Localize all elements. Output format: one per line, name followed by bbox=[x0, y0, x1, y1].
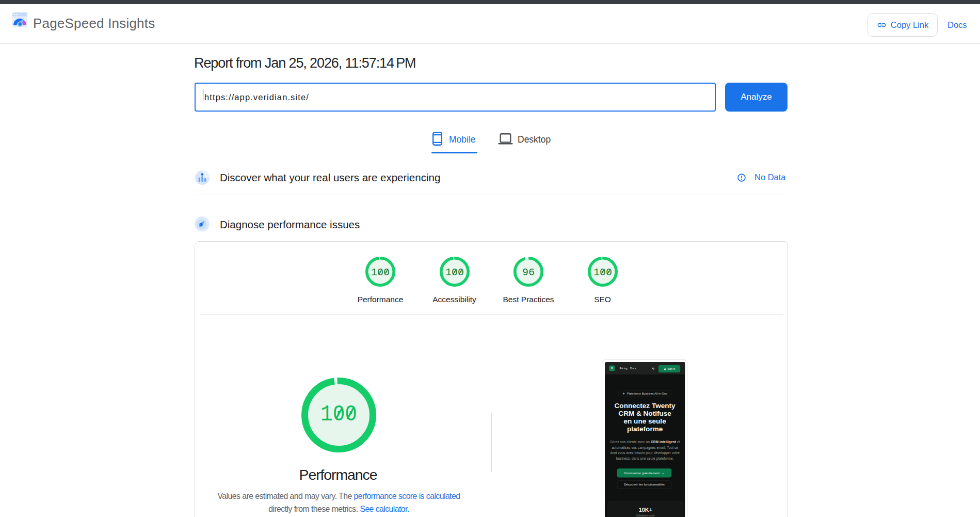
svg-text:96: 96 bbox=[522, 267, 535, 278]
